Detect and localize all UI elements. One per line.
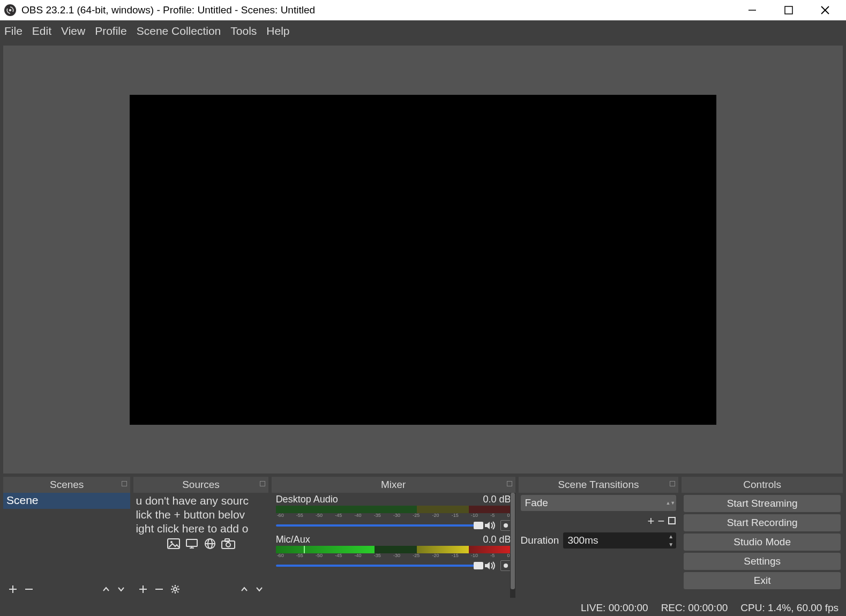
speaker-icon[interactable] <box>484 521 496 530</box>
status-rec: REC: 00:00:00 <box>661 602 728 614</box>
mixer-scrollbar[interactable] <box>510 493 515 598</box>
sources-toolbar <box>133 581 268 598</box>
settings-button[interactable]: Settings <box>684 553 841 570</box>
image-source-icon <box>167 538 181 550</box>
menu-tools[interactable]: Tools <box>230 25 257 37</box>
scenes-header[interactable]: Scenes <box>3 477 130 493</box>
scene-remove-button[interactable] <box>25 585 33 594</box>
sources-placeholder-line: lick the + button belov <box>136 508 266 522</box>
scenes-title: Scenes <box>50 479 84 491</box>
obs-main-window: OBS 23.2.1 (64-bit, windows) - Profile: … <box>0 0 846 616</box>
scene-move-down-button[interactable] <box>117 585 125 593</box>
preview-canvas[interactable] <box>130 95 716 425</box>
mixer-channel-name: Desktop Audio <box>276 494 338 505</box>
status-bar: LIVE: 00:00:00 REC: 00:00:00 CPU: 1.4%, … <box>0 600 846 616</box>
sources-dock: Sources u don't have any sourc lick the … <box>133 477 268 598</box>
window-title: OBS 23.2.1 (64-bit, windows) - Profile: … <box>21 4 741 16</box>
camera-source-icon <box>221 538 235 550</box>
scene-move-up-button[interactable] <box>102 585 110 593</box>
mixer-volume-slider[interactable] <box>276 565 480 567</box>
mixer-channel-mic: Mic/Aux 0.0 dB -60-55-50-45-40-35-30-25-… <box>272 533 515 573</box>
transitions-popout-icon[interactable] <box>670 481 675 486</box>
menubar: File Edit View Profile Scene Collection … <box>0 20 846 41</box>
preview-area <box>3 46 843 474</box>
sources-header[interactable]: Sources <box>133 477 268 493</box>
mixer-volume-slider[interactable] <box>276 524 480 527</box>
mixer-popout-icon[interactable] <box>507 481 512 486</box>
mixer-meter <box>276 546 511 553</box>
scenes-dock: Scenes Scene <box>3 477 130 598</box>
mixer-channel-desktop: Desktop Audio 0.0 dB -60-55-50-45-40-35-… <box>272 493 515 533</box>
scenes-list[interactable]: Scene <box>3 493 130 581</box>
window-titlebar: OBS 23.2.1 (64-bit, windows) - Profile: … <box>0 0 846 20</box>
display-source-icon <box>185 538 199 550</box>
mixer-channel-menu-button[interactable] <box>500 520 511 531</box>
duration-value: 300ms <box>567 535 598 546</box>
transition-selected-label: Fade <box>525 497 548 509</box>
source-move-down-button[interactable] <box>256 585 263 593</box>
svg-point-23 <box>174 588 177 591</box>
sources-placeholder-line: u don't have any sourc <box>136 494 266 508</box>
studio-mode-button[interactable]: Studio Mode <box>684 534 841 551</box>
svg-rect-3 <box>785 6 792 14</box>
controls-title: Controls <box>743 479 781 491</box>
menu-help[interactable]: Help <box>266 25 289 37</box>
svg-line-28 <box>172 586 173 587</box>
minimize-button[interactable] <box>741 2 763 18</box>
transition-add-button[interactable]: + <box>648 514 655 528</box>
mixer-dock: Mixer Desktop Audio 0.0 dB -60-55-50-45-… <box>272 477 515 598</box>
menu-scene-collection[interactable]: Scene Collection <box>137 25 221 37</box>
source-add-button[interactable] <box>139 585 147 594</box>
sources-placeholder-line: ight click here to add o <box>136 522 266 536</box>
duration-label: Duration <box>521 535 559 546</box>
close-button[interactable] <box>814 2 836 18</box>
mixer-channel-level: 0.0 dB <box>483 494 511 505</box>
mixer-header[interactable]: Mixer <box>272 477 515 493</box>
transition-properties-button[interactable] <box>668 514 676 528</box>
svg-marker-32 <box>485 522 490 529</box>
controls-header[interactable]: Controls <box>682 477 843 493</box>
browser-source-icon <box>203 538 217 550</box>
transition-select-spinner[interactable]: ▲▼ <box>667 497 674 509</box>
menu-view[interactable]: View <box>61 25 85 37</box>
sources-placeholder: u don't have any sourc lick the + button… <box>133 493 268 551</box>
mixer-title: Mixer <box>381 479 406 491</box>
mixer-channel-level: 0.0 dB <box>483 534 511 545</box>
transition-select[interactable]: Fade ▲▼ <box>521 495 677 511</box>
duration-input[interactable]: 300ms ▲▼ <box>563 532 676 549</box>
svg-point-10 <box>170 541 173 543</box>
svg-line-30 <box>177 586 178 587</box>
duration-spinner[interactable]: ▲▼ <box>667 534 675 547</box>
transitions-body: Fade ▲▼ + − Duration 300ms ▲▼ <box>519 493 679 598</box>
controls-body: Start Streaming Start Recording Studio M… <box>682 493 843 598</box>
speaker-icon[interactable] <box>484 561 496 570</box>
start-streaming-button[interactable]: Start Streaming <box>684 495 841 512</box>
status-cpu: CPU: 1.4%, 60.00 fps <box>740 602 838 614</box>
menu-edit[interactable]: Edit <box>32 25 51 37</box>
svg-point-1 <box>9 9 12 12</box>
svg-point-33 <box>504 523 508 528</box>
svg-marker-34 <box>485 562 490 569</box>
mixer-ticks: -60-55-50-45-40-35-30-25-20-15-10-50 <box>276 553 511 558</box>
transitions-header[interactable]: Scene Transitions <box>519 477 679 493</box>
transition-remove-button[interactable]: − <box>657 514 664 528</box>
mixer-channel-menu-button[interactable] <box>500 560 511 571</box>
maximize-button[interactable] <box>777 2 800 18</box>
transitions-title: Scene Transitions <box>558 479 639 491</box>
scene-add-button[interactable] <box>9 585 17 594</box>
menu-file[interactable]: File <box>4 25 23 37</box>
svg-line-29 <box>177 591 178 592</box>
scenes-popout-icon[interactable] <box>122 481 127 486</box>
scene-item[interactable]: Scene <box>3 493 130 509</box>
source-properties-button[interactable] <box>171 585 179 594</box>
sources-popout-icon[interactable] <box>260 481 265 486</box>
mixer-body: Desktop Audio 0.0 dB -60-55-50-45-40-35-… <box>272 493 515 598</box>
sources-list[interactable]: u don't have any sourc lick the + button… <box>133 493 268 581</box>
start-recording-button[interactable]: Start Recording <box>684 514 841 531</box>
menu-profile[interactable]: Profile <box>95 25 127 37</box>
sources-title: Sources <box>182 479 220 491</box>
controls-dock: Controls Start Streaming Start Recording… <box>682 477 843 598</box>
source-remove-button[interactable] <box>155 585 163 594</box>
exit-button[interactable]: Exit <box>684 572 841 589</box>
source-move-up-button[interactable] <box>241 585 248 593</box>
